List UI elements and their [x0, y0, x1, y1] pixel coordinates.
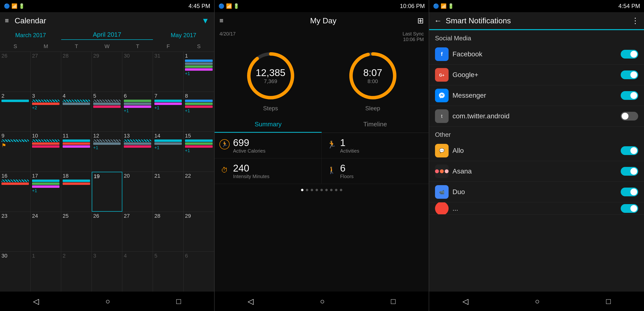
cal-day-6[interactable]: 6 +1 [122, 92, 153, 132]
cal-day-26[interactable]: 26 [0, 52, 30, 92]
myday-toolbar: ≡ My Day ⊞ [214, 12, 429, 29]
cal-day-may4[interactable]: 4 [122, 252, 153, 291]
list-item-twitter: t com.twitter.android [429, 106, 644, 127]
allo-toggle[interactable] [621, 146, 638, 155]
cal-day-may1[interactable]: 1 [30, 252, 61, 291]
active-calories-value: 699 [233, 137, 265, 148]
messenger-toggle[interactable] [621, 91, 638, 100]
dot-3[interactable] [311, 189, 313, 191]
dot-1[interactable] [301, 189, 304, 191]
home-button-3[interactable]: ○ [535, 297, 540, 306]
status-icons-2: 🔵 📶 🔋 [218, 3, 239, 9]
cal-day-31[interactable]: 31 [153, 52, 184, 92]
cal-day-13[interactable]: 13 [122, 132, 153, 172]
back-button-1[interactable]: ◁ [33, 297, 39, 306]
home-button-1[interactable]: ○ [105, 297, 110, 306]
filter-icon[interactable]: ▼ [202, 16, 209, 25]
cal-day-12[interactable]: 12 +1 [92, 132, 122, 172]
cal-day-18[interactable]: 18 [61, 172, 92, 212]
curr-month: April 2017 [61, 31, 153, 40]
allo-icon: 💬 [435, 144, 448, 157]
dow-sat: S [184, 42, 214, 51]
asana-toggle[interactable] [621, 167, 638, 176]
unknown-toggle[interactable] [621, 204, 638, 213]
dot-4[interactable] [316, 189, 318, 191]
intensity-label: Intensity Minutes [233, 174, 270, 179]
recent-button-1[interactable]: □ [176, 297, 181, 306]
floors-value: 6 [340, 163, 354, 174]
calendar-panel: 🔵 📶 🔋 4:45 PM ≡ Calendar ▼ March 2017 Ap… [0, 0, 214, 311]
cal-day-17[interactable]: 17 +1 [30, 172, 61, 212]
cal-day-30[interactable]: 30 [122, 52, 153, 92]
cal-day-11[interactable]: 11 [61, 132, 92, 172]
steps-ring-values: 12,385 7,369 [256, 67, 285, 85]
dot-2[interactable] [306, 189, 308, 191]
cal-day-may5[interactable]: 5 [153, 252, 184, 291]
cal-day-27b[interactable]: 27 [122, 212, 153, 252]
asana-name: Asana [452, 167, 617, 175]
back-icon[interactable]: ← [434, 16, 442, 25]
cal-day-21[interactable]: 21 [153, 172, 184, 212]
cal-day-28[interactable]: 28 [61, 52, 92, 92]
dow-mon: M [30, 42, 61, 51]
next-month[interactable]: May 2017 [153, 32, 214, 39]
dot-7[interactable] [330, 189, 332, 191]
cal-day-may6[interactable]: 6 [184, 252, 214, 291]
cal-day-25[interactable]: 25 [61, 212, 92, 252]
cal-day-5[interactable]: 5 [92, 92, 122, 132]
recent-button-2[interactable]: □ [391, 297, 396, 306]
myday-grid-icon[interactable]: ⊞ [417, 16, 424, 25]
cal-day-14[interactable]: 14 +1 [153, 132, 184, 172]
cal-day-may2[interactable]: 2 [61, 252, 92, 291]
googleplus-toggle[interactable] [621, 71, 638, 79]
facebook-toggle[interactable] [621, 50, 638, 59]
cal-day-28b[interactable]: 28 [153, 212, 184, 252]
twitter-toggle[interactable] [621, 112, 638, 121]
cal-day-29[interactable]: 29 [92, 52, 122, 92]
menu-icon[interactable]: ≡ [5, 17, 9, 25]
cal-day-2[interactable]: 2 [0, 92, 30, 132]
tab-summary[interactable]: Summary [214, 117, 322, 133]
cal-day-may3[interactable]: 3 [92, 252, 122, 291]
cal-day-19[interactable]: 19 [92, 172, 122, 212]
dot-5[interactable] [320, 189, 323, 191]
calendar-title: Calendar [14, 16, 202, 25]
cal-day-3[interactable]: 3 +2 [30, 92, 61, 132]
intensity-icon: ⏱ [220, 165, 230, 177]
back-button-3[interactable]: ◁ [462, 297, 468, 306]
dot-8[interactable] [335, 189, 338, 191]
cal-day-27[interactable]: 27 [30, 52, 61, 92]
duo-icon: 📹 [435, 185, 448, 199]
cal-day-23[interactable]: 23 [0, 212, 30, 252]
cal-day-26b[interactable]: 26 [92, 212, 122, 252]
back-button-2[interactable]: ◁ [248, 297, 254, 306]
sleep-ring-values: 8:07 8:00 [364, 67, 382, 85]
dot-6[interactable] [325, 189, 328, 191]
cal-day-29[interactable]: 29 [184, 212, 214, 252]
recent-button-3[interactable]: □ [606, 297, 611, 306]
myday-panel: 🔵 📶 🔋 10:06 PM ≡ My Day ⊞ 4/20/17 Last S… [214, 0, 429, 311]
cal-day-8[interactable]: 8 +1 [184, 92, 214, 132]
tab-timeline[interactable]: Timeline [322, 117, 429, 133]
duo-toggle[interactable] [621, 188, 638, 196]
status-bar-2: 🔵 📶 🔋 10:06 PM [214, 0, 429, 12]
more-icon[interactable]: ⋮ [632, 16, 639, 25]
cal-day-16[interactable]: 16 [0, 172, 30, 212]
prev-month[interactable]: March 2017 [0, 32, 61, 39]
cal-day-15[interactable]: 15 +1 [184, 132, 214, 172]
cal-day-9[interactable]: 9 ⚑ [0, 132, 30, 172]
cal-day-22[interactable]: 22 [184, 172, 214, 212]
cal-day-24[interactable]: 24 [30, 212, 61, 252]
cal-day-1[interactable]: 1 +1 [184, 52, 214, 92]
steps-goal: 7,369 [256, 78, 285, 85]
cal-day-7[interactable]: 7 +1 [153, 92, 184, 132]
dow-sun: S [0, 42, 30, 51]
stat-active-calories: 🏃 699 Active Calories [214, 133, 322, 158]
cal-day-10[interactable]: 10 [30, 132, 61, 172]
dot-9[interactable] [340, 189, 342, 191]
cal-day-4[interactable]: 4 [61, 92, 92, 132]
home-button-2[interactable]: ○ [320, 297, 324, 306]
cal-day-30[interactable]: 30 [0, 252, 30, 291]
cal-day-20[interactable]: 20 [122, 172, 153, 212]
myday-menu-icon[interactable]: ≡ [220, 17, 223, 25]
